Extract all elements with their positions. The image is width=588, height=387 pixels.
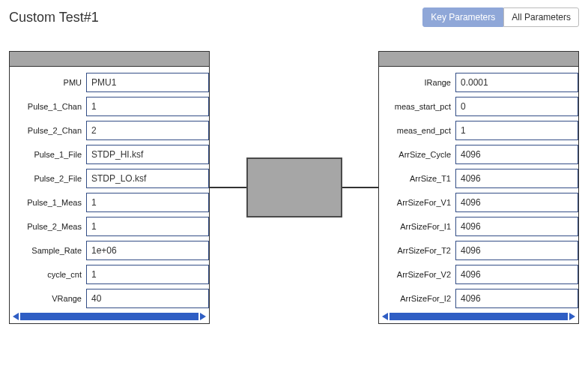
parameter-input[interactable]	[455, 97, 578, 116]
parameter-input[interactable]	[455, 217, 578, 236]
parameter-input[interactable]	[86, 121, 209, 140]
parameter-tabs: Key Parameters All Parameters	[422, 8, 579, 27]
parameter-row: ArrSize_T1	[385, 169, 572, 188]
parameter-row: ArrSizeFor_V2	[385, 265, 572, 284]
parameter-input[interactable]	[455, 289, 578, 308]
parameter-input[interactable]	[455, 193, 578, 212]
parameter-input[interactable]	[455, 145, 578, 164]
parameter-label: ArrSizeFor_T2	[385, 246, 455, 255]
scroll-right-icon[interactable]	[200, 313, 206, 320]
parameter-input[interactable]	[86, 97, 209, 116]
parameter-label: meas_end_pct	[385, 126, 455, 135]
parameter-input[interactable]	[455, 121, 578, 140]
parameter-label: cycle_cnt	[16, 270, 86, 279]
scroll-thumb[interactable]	[20, 313, 198, 320]
scroll-left-icon[interactable]	[13, 313, 19, 320]
left-scrollbar[interactable]	[10, 313, 209, 323]
left-panel-header	[10, 52, 209, 67]
parameter-row: IRange	[385, 73, 572, 92]
parameter-row: meas_start_pct	[385, 97, 572, 116]
parameter-row: Sample_Rate	[16, 241, 203, 260]
parameter-label: IRange	[385, 78, 455, 87]
parameter-row: ArrSizeFor_T2	[385, 241, 572, 260]
parameter-label: Pulse_1_Chan	[16, 102, 86, 111]
parameter-row: Pulse_1_File	[16, 145, 203, 164]
parameter-row: Pulse_1_Meas	[16, 193, 203, 212]
parameter-input[interactable]	[455, 73, 578, 92]
parameter-row: ArrSizeFor_I2	[385, 289, 572, 308]
parameter-label: Pulse_2_File	[16, 174, 86, 183]
parameter-label: ArrSize_Cycle	[385, 150, 455, 159]
parameter-row: ArrSize_Cycle	[385, 145, 572, 164]
left-parameter-panel: PMUPulse_1_ChanPulse_2_ChanPulse_1_FileP…	[9, 51, 210, 324]
right-panel-header	[379, 52, 578, 67]
tab-key-parameters[interactable]: Key Parameters	[422, 8, 503, 27]
parameter-input[interactable]	[86, 145, 209, 164]
scroll-left-icon[interactable]	[382, 313, 388, 320]
parameter-row: VRange	[16, 289, 203, 308]
right-scrollbar[interactable]	[379, 313, 578, 323]
parameter-input[interactable]	[455, 265, 578, 284]
scroll-right-icon[interactable]	[569, 313, 575, 320]
connection-wire-right	[338, 187, 378, 188]
right-parameter-panel: IRangemeas_start_pctmeas_end_pctArrSize_…	[378, 51, 579, 324]
parameter-label: ArrSizeFor_I1	[385, 222, 455, 231]
parameter-label: ArrSizeFor_I2	[385, 294, 455, 303]
parameter-row: ArrSizeFor_V1	[385, 193, 572, 212]
parameter-label: Pulse_2_Meas	[16, 222, 86, 231]
parameter-row: meas_end_pct	[385, 121, 572, 140]
parameter-row: PMU	[16, 73, 203, 92]
parameter-label: Pulse_2_Chan	[16, 126, 86, 135]
parameter-row: ArrSizeFor_I1	[385, 217, 572, 236]
parameter-row: cycle_cnt	[16, 265, 203, 284]
parameter-input[interactable]	[455, 169, 578, 188]
device-block	[246, 158, 342, 218]
tab-all-parameters[interactable]: All Parameters	[503, 8, 579, 27]
parameter-input[interactable]	[86, 193, 209, 212]
parameter-row: Pulse_2_File	[16, 169, 203, 188]
parameter-label: PMU	[16, 78, 86, 87]
parameter-input[interactable]	[86, 73, 209, 92]
parameter-label: VRange	[16, 294, 86, 303]
parameter-input[interactable]	[86, 265, 209, 284]
parameter-row: Pulse_2_Chan	[16, 121, 203, 140]
scroll-thumb[interactable]	[390, 313, 568, 320]
connection-wire-left	[210, 187, 250, 188]
parameter-input[interactable]	[86, 217, 209, 236]
parameter-label: ArrSize_T1	[385, 174, 455, 183]
parameter-row: Pulse_2_Meas	[16, 217, 203, 236]
parameter-input[interactable]	[86, 169, 209, 188]
parameter-input[interactable]	[86, 241, 209, 260]
parameter-row: Pulse_1_Chan	[16, 97, 203, 116]
parameter-input[interactable]	[455, 241, 578, 260]
parameter-label: ArrSizeFor_V1	[385, 198, 455, 207]
parameter-label: Pulse_1_Meas	[16, 198, 86, 207]
parameter-label: Sample_Rate	[16, 246, 86, 255]
parameter-label: Pulse_1_File	[16, 150, 86, 159]
parameter-label: meas_start_pct	[385, 102, 455, 111]
page-title: Custom Test#1	[9, 10, 99, 26]
parameter-input[interactable]	[86, 289, 209, 308]
parameter-label: ArrSizeFor_V2	[385, 270, 455, 279]
